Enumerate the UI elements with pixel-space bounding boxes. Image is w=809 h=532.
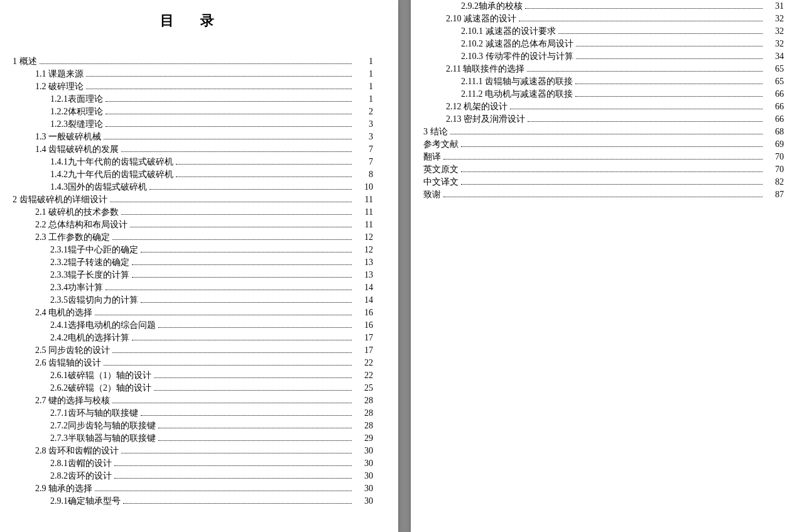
toc-entry-page: 65 — [765, 63, 784, 75]
toc-leader — [112, 403, 352, 403]
toc-leader — [176, 164, 352, 165]
toc-entry-page: 2 — [354, 106, 373, 118]
toc-entry-page: 12 — [354, 231, 373, 244]
toc-entry-label: 1.2.2体积理论 — [50, 106, 103, 118]
toc-entry-label: 2.9.1确定轴承型号 — [50, 495, 121, 508]
toc-entry-page: 8 — [354, 168, 373, 181]
toc-entry: 1.4.1九十年代前的齿辊式破碎机7 — [13, 156, 373, 168]
toc-leader — [528, 121, 763, 122]
toc-entry: 2.9.2轴承的校核31 — [423, 0, 784, 13]
toc-entry: 2.9.1确定轴承型号30 — [13, 495, 373, 508]
toc-leader — [104, 139, 352, 139]
toc-leader — [121, 151, 352, 152]
toc-entry-page: 28 — [354, 420, 373, 432]
toc-leader — [106, 290, 352, 290]
toc-entry-label: 2.3.2辊子转速的确定 — [50, 256, 129, 269]
toc-entry-label: 2.8 齿环和齿帽的设计 — [35, 445, 119, 457]
toc-entry-page: 7 — [354, 143, 373, 156]
toc-entry-label: 1.2 破碎理论 — [35, 80, 84, 93]
toc-leader — [576, 58, 763, 59]
toc-entry: 2.10.1 减速器的设计要求32 — [423, 25, 784, 38]
toc-entry-label: 2.3.3辊子长度的计算 — [50, 269, 129, 281]
toc-entry-page: 7 — [354, 156, 373, 168]
toc-entry-label: 2.7.1齿环与轴的联接键 — [50, 407, 138, 420]
toc-entry-page: 65 — [765, 75, 784, 88]
toc-entry: 2.9 轴承的选择30 — [13, 482, 373, 495]
toc-entry: 1.2.3裂缝理论3 — [13, 118, 373, 131]
toc-entry-page: 66 — [765, 88, 784, 100]
toc-leader — [461, 146, 763, 147]
toc-entry-page: 1 — [354, 55, 373, 68]
toc-entry-page: 22 — [354, 369, 373, 382]
toc-entry: 英文原文70 — [423, 163, 784, 176]
toc-entry: 2.11.1 齿辊轴与减速器的联接65 — [423, 75, 784, 88]
toc-leader — [141, 415, 352, 416]
toc-leader — [114, 465, 352, 466]
toc-leader — [461, 171, 763, 172]
toc-entry: 2.3.5齿辊切向力的计算14 — [13, 294, 373, 307]
toc-entry-page: 32 — [765, 13, 784, 25]
toc-entry-label: 1.2.3裂缝理论 — [50, 118, 103, 131]
toc-list-right: 2.9.2轴承的校核312.10 减速器的设计322.10.1 减速器的设计要求… — [423, 0, 784, 201]
toc-entry-label: 2.3.1辊子中心距的确定 — [50, 244, 138, 256]
toc-entry: 2.7.2同步齿轮与轴的联接键28 — [13, 420, 373, 432]
toc-entry-label: 2.6.2破碎辊（2）轴的设计 — [50, 382, 151, 394]
toc-entry-page: 14 — [354, 294, 373, 307]
toc-entry: 2.10.2 减速器的总体布局设计32 — [423, 38, 784, 50]
toc-leader — [132, 340, 352, 340]
toc-entry-label: 2.6 齿辊轴的设计 — [35, 357, 101, 369]
toc-entry-label: 2.4.1选择电动机的综合问题 — [50, 319, 156, 332]
toc-entry-page: 30 — [354, 495, 373, 508]
toc-entry: 2.3.1辊子中心距的确定12 — [13, 244, 373, 256]
toc-leader — [158, 327, 352, 328]
toc-entry-page: 70 — [765, 163, 784, 176]
toc-entry-page: 13 — [354, 256, 373, 269]
toc-leader — [149, 189, 352, 190]
toc-entry-label: 2.4 电机的选择 — [35, 307, 92, 319]
toc-leader — [154, 390, 352, 391]
toc-entry-page: 16 — [354, 319, 373, 332]
toc-entry-page: 30 — [354, 445, 373, 457]
toc-entry: 2.11 轴联接件的选择65 — [423, 63, 784, 75]
toc-entry-label: 2.9.2轴承的校核 — [461, 0, 523, 13]
toc-entry-page: 3 — [354, 118, 373, 131]
toc-entry: 2.12 机架的设计66 — [423, 100, 784, 113]
toc-entry: 1.2.2体积理论2 — [13, 106, 373, 118]
toc-entry-label: 1.4.1九十年代前的齿辊式破碎机 — [50, 156, 173, 168]
toc-leader — [114, 478, 352, 479]
toc-entry-label: 2.9 轴承的选择 — [35, 482, 92, 495]
toc-entry: 2.10.3 传动零件的设计与计算34 — [423, 50, 784, 63]
toc-entry-label: 参考文献 — [423, 138, 459, 151]
toc-leader — [158, 428, 352, 428]
toc-entry: 2 齿辊破碎机的详细设计11 — [13, 193, 373, 206]
toc-entry-page: 30 — [354, 457, 373, 470]
toc-entry-page: 70 — [765, 151, 784, 163]
toc-entry: 1 概述1 — [13, 55, 373, 68]
toc-leader — [558, 33, 763, 34]
toc-entry-page: 11 — [354, 206, 373, 219]
toc-leader — [158, 440, 352, 441]
toc-entry-label: 2.10 减速器的设计 — [446, 13, 516, 25]
toc-page-right: 2.9.2轴承的校核312.10 减速器的设计322.10.1 减速器的设计要求… — [411, 0, 809, 532]
toc-leader — [141, 252, 352, 252]
toc-entry-label: 2 齿辊破碎机的详细设计 — [13, 193, 107, 206]
toc-leader — [132, 264, 352, 265]
toc-entry: 2.13 密封及润滑设计66 — [423, 113, 784, 126]
toc-leader — [527, 71, 763, 72]
toc-entry-page: 14 — [354, 281, 373, 294]
toc-entry-label: 2.7 键的选择与校核 — [35, 394, 110, 407]
toc-entry: 3 结论68 — [423, 126, 784, 138]
toc-entry: 2.7.1齿环与轴的联接键28 — [13, 407, 373, 420]
toc-entry-page: 30 — [354, 482, 373, 495]
toc-entry-label: 2.8.1齿帽的设计 — [50, 457, 112, 470]
toc-entry-label: 英文原文 — [423, 163, 459, 176]
toc-entry: 2.10 减速器的设计32 — [423, 13, 784, 25]
toc-entry-page: 25 — [354, 382, 373, 394]
toc-entry-label: 2.3 工作参数的确定 — [35, 231, 110, 244]
toc-entry: 2.6.2破碎辊（2）轴的设计25 — [13, 382, 373, 394]
toc-leader — [112, 239, 352, 240]
toc-entry-label: 2.13 密封及润滑设计 — [446, 113, 525, 126]
toc-entry-label: 2.10.1 减速器的设计要求 — [461, 25, 556, 38]
toc-entry: 2.1 破碎机的技术参数11 — [13, 206, 373, 219]
toc-entry-label: 1.2.1表面理论 — [50, 93, 103, 106]
